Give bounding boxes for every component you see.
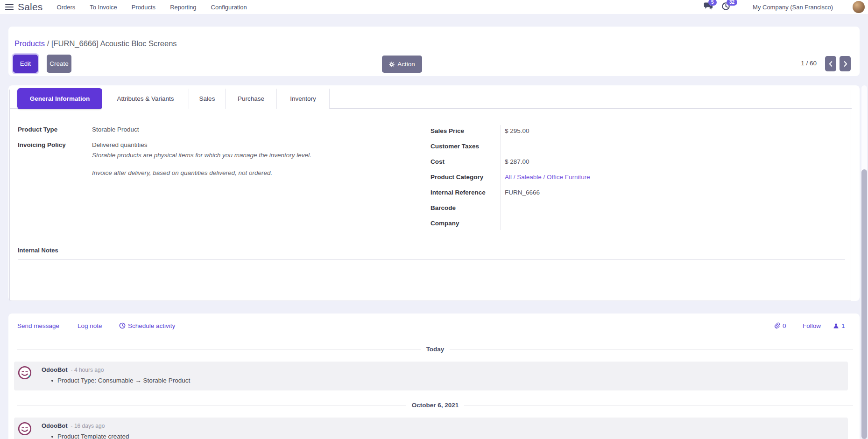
field-internal-reference: Internal Reference FURN_6666 — [430, 185, 841, 200]
messages-badge: 5 — [708, 0, 717, 6]
pager-previous-button[interactable] — [825, 56, 836, 71]
field-cost: Cost $ 287.00 — [430, 154, 841, 169]
field-label: Sales Price — [430, 127, 501, 134]
user-avatar[interactable] — [853, 1, 865, 13]
field-value: Storable Product — [88, 126, 139, 133]
field-value: $ 295.00 — [501, 127, 529, 134]
invoicing-policy-helper-text: Invoice after delivery, based on quantit… — [92, 169, 272, 176]
chatter: Send message Log note Schedule activity … — [8, 314, 860, 439]
internal-notes-label: Internal Notes — [18, 247, 58, 254]
breadcrumb-separator: / — [45, 39, 51, 48]
field-company: Company — [430, 216, 841, 231]
field-barcode: Barcode — [430, 200, 841, 216]
field-label: Company — [430, 220, 501, 227]
top-navbar: Sales Orders To Invoice Products Reporti… — [0, 0, 868, 14]
action-button[interactable]: Action — [382, 56, 422, 73]
tab-attributes-variants[interactable]: Attributes & Variants — [102, 89, 189, 109]
message-item: OdooBot - 16 days ago Product Template c… — [14, 418, 848, 439]
field-label: Customer Taxes — [430, 143, 501, 150]
schedule-activity-button[interactable]: Schedule activity — [119, 319, 175, 332]
product-form: General Information Attributes & Variant… — [8, 85, 860, 301]
main-menu: Orders To Invoice Products Reporting Con… — [57, 4, 247, 11]
followers-button[interactable]: 1 — [833, 319, 845, 332]
field-label: Product Type — [18, 126, 88, 133]
tab-inventory[interactable]: Inventory — [277, 89, 330, 109]
activities-button[interactable]: 32 — [721, 2, 730, 13]
field-separator-line — [88, 124, 88, 186]
date-divider-label: October 6, 2021 — [412, 402, 459, 409]
company-switcher[interactable]: My Company (San Francisco) — [753, 4, 833, 11]
field-label: Invoicing Policy — [18, 141, 88, 148]
field-customer-taxes: Customer Taxes — [430, 139, 841, 154]
bullet-dot — [51, 380, 53, 382]
field-separator-line — [501, 125, 501, 230]
field-label: Product Category — [430, 174, 501, 181]
chevron-left-icon — [828, 61, 833, 67]
message-body: Product Type: Consumable → Storable Prod… — [51, 377, 190, 384]
tab-general-information[interactable]: General Information — [17, 88, 102, 109]
message-text: Product Template created — [57, 433, 129, 439]
breadcrumb: Products / [FURN_6666] Acoustic Bloc Scr… — [14, 39, 177, 48]
date-divider-october: October 6, 2021 — [17, 401, 853, 409]
message-timestamp: - 16 days ago — [71, 423, 105, 429]
field-value: $ 287.00 — [501, 158, 529, 165]
field-label: Internal Reference — [430, 189, 501, 196]
attachments-count: 0 — [783, 322, 786, 329]
paperclip-icon — [774, 322, 780, 329]
activities-badge: 32 — [727, 0, 737, 6]
menu-to-invoice[interactable]: To Invoice — [90, 4, 117, 11]
vertical-scrollbar-thumb[interactable] — [861, 169, 867, 439]
date-divider-label: Today — [426, 346, 445, 353]
menu-products[interactable]: Products — [132, 4, 155, 11]
pager-counter: 1 / 60 — [801, 60, 817, 67]
bullet-dot — [51, 436, 53, 438]
field-group-right: Sales Price $ 295.00 Customer Taxes Cost… — [430, 123, 841, 231]
breadcrumb-products-link[interactable]: Products — [14, 39, 45, 48]
message-author: OdooBot — [42, 366, 68, 373]
field-sales-price: Sales Price $ 295.00 — [430, 123, 841, 139]
message-header: OdooBot - 4 hours ago — [42, 366, 104, 373]
menu-reporting[interactable]: Reporting — [170, 4, 196, 11]
user-icon — [833, 323, 839, 329]
internal-notes-divider — [18, 259, 845, 260]
message-text: Product Type: Consumable → Storable Prod… — [57, 377, 190, 384]
chevron-right-icon — [843, 61, 848, 67]
tab-purchase[interactable]: Purchase — [226, 89, 277, 109]
message-author: OdooBot — [42, 422, 68, 429]
followers-count: 1 — [841, 322, 845, 329]
field-label: Barcode — [430, 204, 501, 211]
date-divider-today: Today — [17, 345, 853, 353]
tab-sales[interactable]: Sales — [189, 89, 226, 109]
messages-button[interactable]: 5 — [703, 2, 713, 12]
page-title: [FURN_6666] Acoustic Bloc Screens — [51, 39, 177, 48]
message-header: OdooBot - 16 days ago — [42, 422, 105, 429]
follow-button[interactable]: Follow — [803, 319, 821, 332]
menu-orders[interactable]: Orders — [57, 4, 76, 11]
attachments-button[interactable]: 0 — [774, 319, 786, 332]
product-type-helper-text: Storable products are physical items for… — [92, 152, 311, 159]
message-timestamp: - 4 hours ago — [71, 367, 104, 373]
edit-button[interactable]: Edit — [13, 55, 38, 73]
app-name[interactable]: Sales — [18, 1, 43, 13]
menu-configuration[interactable]: Configuration — [211, 4, 247, 11]
control-panel: Products / [FURN_6666] Acoustic Bloc Scr… — [8, 27, 860, 76]
send-message-button[interactable]: Send message — [17, 319, 59, 332]
odoobot-avatar — [18, 366, 32, 380]
schedule-activity-label: Schedule activity — [128, 322, 175, 329]
pager-next-button[interactable] — [840, 56, 851, 71]
notebook-tabs: General Information Attributes & Variant… — [10, 89, 852, 109]
message-body: Product Template created — [51, 433, 129, 439]
apps-menu-icon[interactable] — [5, 4, 14, 10]
gear-icon — [389, 62, 395, 67]
field-label: Cost — [430, 158, 501, 165]
create-button[interactable]: Create — [47, 55, 71, 73]
field-product-category: Product Category All / Saleable / Office… — [430, 169, 841, 185]
product-category-link[interactable]: All / Saleable / Office Furniture — [505, 174, 590, 181]
clock-icon — [119, 322, 126, 329]
log-note-button[interactable]: Log note — [78, 319, 102, 332]
field-value: FURN_6666 — [501, 189, 540, 196]
field-product-type: Product Type Storable Product — [18, 122, 391, 137]
message-item: OdooBot - 4 hours ago Product Type: Cons… — [14, 362, 848, 390]
action-button-label: Action — [397, 61, 415, 68]
form-sheet: General Information Attributes & Variant… — [9, 90, 851, 300]
